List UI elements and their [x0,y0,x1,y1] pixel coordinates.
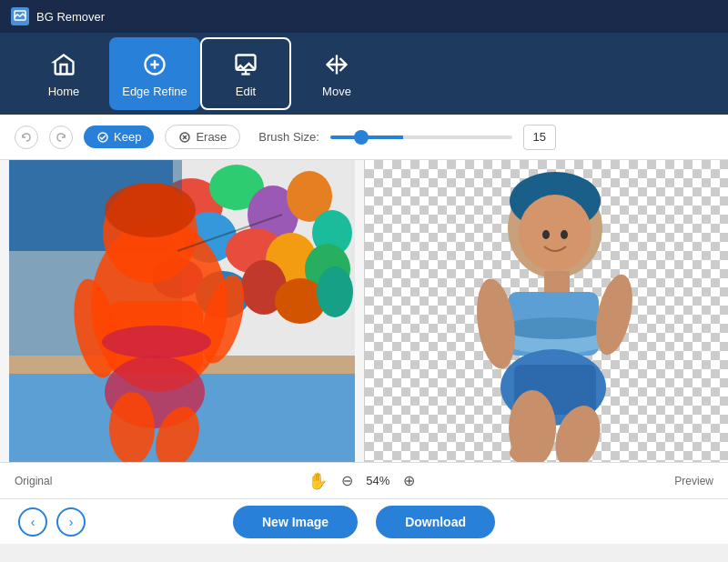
next-button[interactable]: › [56,507,86,537]
next-icon: › [69,515,74,529]
new-image-button[interactable]: New Image [233,506,358,538]
home-label: Home [48,85,80,98]
bottom-nav: ‹ › [18,507,86,537]
svg-point-45 [502,317,608,339]
app-icon [11,7,29,25]
svg-point-40 [542,230,550,239]
redo-button[interactable] [49,125,73,149]
svg-point-33 [109,392,155,462]
svg-point-27 [105,183,196,237]
download-label: Download [405,515,466,529]
edge-refine-label: Edge Refine [122,85,187,98]
original-canvas[interactable] [9,160,355,462]
toolbar-edit[interactable]: Edit [200,37,291,110]
svg-rect-42 [544,271,570,294]
svg-point-46 [471,276,521,372]
download-button[interactable]: Download [376,506,495,538]
erase-button[interactable]: Erase [165,125,240,149]
edge-refine-icon [140,50,169,79]
svg-point-41 [561,230,568,239]
zoom-in-button[interactable]: ⊕ [399,471,419,491]
prev-button[interactable]: ‹ [18,507,47,537]
zoom-level: 54% [366,474,389,487]
brush-slider-container [330,135,512,139]
brush-size-slider[interactable] [330,135,512,139]
keep-button[interactable]: Keep [84,125,154,148]
pan-icon[interactable]: ✋ [308,471,328,491]
edit-label: Edit [236,85,256,98]
toolbar-move[interactable]: Move [291,37,382,110]
main-toolbar: Home Edge Refine Edit [0,33,728,115]
svg-point-39 [519,195,592,271]
brush-size-label: Brush Size: [258,130,318,144]
app-title: BG Remover [36,10,105,24]
bottom-bar: ‹ › New Image Download [0,498,728,544]
erase-label: Erase [196,130,227,144]
status-bar: Original ✋ ⊖ 54% ⊕ Preview [0,462,728,498]
brush-value-display: 15 [523,125,556,150]
move-label: Move [322,85,351,98]
prev-icon: ‹ [31,515,35,529]
new-image-label: New Image [262,515,329,529]
zoom-controls: ✋ ⊖ 54% ⊕ [308,471,419,491]
svg-point-21 [317,266,353,317]
home-icon [49,50,78,79]
preview-canvas[interactable] [373,160,719,462]
move-icon [322,50,351,79]
titlebar: BG Remover [0,0,728,33]
original-label: Original [15,475,52,487]
zoom-out-button[interactable]: ⊖ [337,471,357,491]
toolbar-edge-refine[interactable]: Edge Refine [109,37,200,110]
original-panel [0,160,365,462]
canvas-area [0,160,728,462]
preview-panel [365,160,729,462]
keep-label: Keep [114,130,141,144]
svg-point-31 [102,326,211,358]
preview-label: Preview [674,475,713,487]
action-bar: Keep Erase Brush Size: 15 [0,115,728,160]
edit-icon [231,50,260,79]
undo-button[interactable] [15,125,38,149]
toolbar-home[interactable]: Home [18,37,109,110]
